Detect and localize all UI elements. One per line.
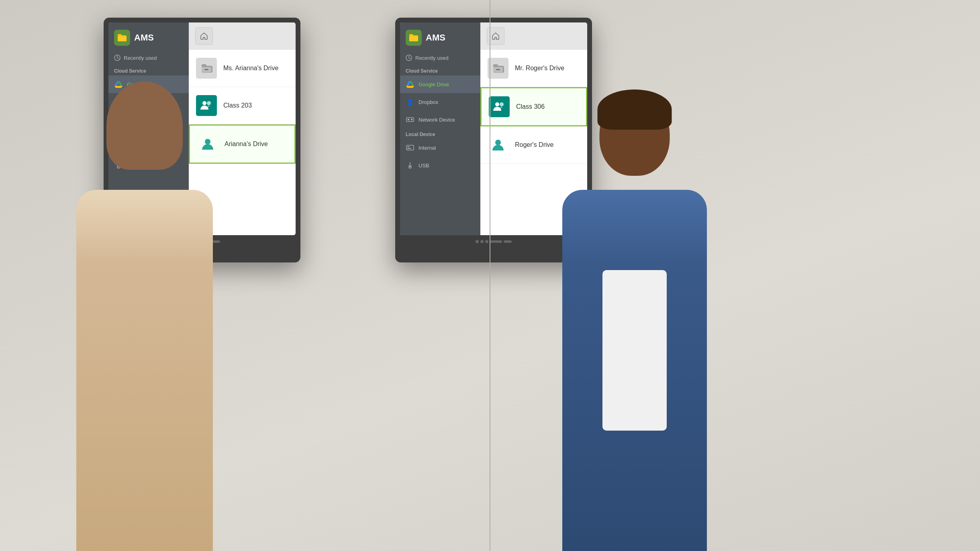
sidebar-item-usb-right[interactable]: USB [400,157,480,174]
content-list-left: Ms. Arianna's Drive [189,50,296,235]
svg-rect-3 [119,119,121,120]
sidebar-item-network-device-right[interactable]: Network Device [400,111,480,128]
scene-divider [490,0,490,551]
sidebar-left: AMS Recently used Cloud Service [108,22,189,235]
svg-rect-1 [115,118,122,122]
internal-label-left: Internal [127,145,144,151]
monitor-rect [198,240,210,243]
local-device-section-right: Local Device [400,128,480,139]
internal-icon-right [406,143,414,152]
content-header-right [480,22,587,50]
usb-icon-right [406,161,414,170]
svg-rect-8 [204,69,208,70]
list-item[interactable]: Roger's Drive [480,126,587,164]
content-header-left [189,22,296,50]
svg-rect-17 [407,146,410,147]
ams-header-left: AMS [108,22,189,51]
list-item-label: Class 203 [223,102,252,109]
sidebar-item-google-drive-left[interactable]: Google Drive [108,75,189,93]
dropbox-label-right: Dropbox [419,99,438,105]
svg-point-21 [495,102,499,106]
sidebar-item-usb-left[interactable]: USB [108,157,189,174]
svg-rect-13 [406,118,414,122]
content-panel-left: Ms. Arianna's Drive [189,22,296,235]
svg-point-22 [500,102,504,106]
svg-rect-15 [411,119,412,120]
usb-icon-left [114,161,123,170]
monitor-rect [504,240,512,243]
sidebar-item-internal-right[interactable]: Internal [400,139,480,157]
list-item[interactable]: Class 306 [480,87,587,126]
recently-used-label-right: Recently used [415,55,448,61]
list-item-label: Roger's Drive [515,141,553,148]
monitor-dot [194,240,197,243]
sidebar-right: AMS Recently used Cloud Service [400,22,480,235]
dropbox-icon-left [114,98,123,106]
internal-icon-left [114,143,123,152]
cloud-service-section-left: Cloud Service [108,65,189,75]
scene: AMS Recently used Cloud Service [0,0,980,551]
recently-used-right: Recently used [400,51,480,65]
list-item[interactable]: Arianna's Drive [189,124,296,164]
sidebar-item-google-drive-right[interactable]: Google Drive [400,75,480,93]
monitor-dot [480,240,484,243]
monitor-left: AMS Recently used Cloud Service [104,18,300,262]
monitor-dot [476,240,479,243]
google-drive-icon-left [114,80,123,89]
monitor-right: AMS Recently used Cloud Service [395,18,592,262]
monitor-rect [490,240,502,243]
svg-rect-14 [408,119,409,120]
network-device-icon-left [114,115,123,124]
monitor-bottom-bar-right [400,235,587,246]
svg-rect-5 [116,146,118,147]
list-item[interactable]: Class 203 [189,87,296,124]
svg-point-23 [495,140,501,145]
network-device-icon-right [406,115,414,124]
svg-point-9 [202,101,206,105]
svg-rect-4 [115,145,122,150]
sidebar-item-dropbox-right[interactable]: Dropbox [400,93,480,111]
home-button-left[interactable] [195,27,213,45]
ams-title-left: AMS [134,33,154,43]
list-item-label: Class 306 [516,103,545,110]
monitor-rect [212,240,220,243]
usb-label-right: USB [419,163,429,169]
dropbox-icon-right [406,98,414,106]
sidebar-item-network-device-left[interactable]: Network Device [108,111,189,128]
monitor-dot [189,240,192,243]
list-item[interactable]: Mr. Roger's Drive [480,50,587,87]
monitor-dot [184,240,187,243]
ams-logo-right [406,30,422,46]
network-device-label-right: Network Device [419,117,455,123]
list-item[interactable]: Ms. Arianna's Drive [189,50,296,87]
svg-rect-16 [406,145,414,150]
drive-icon-right [488,58,508,79]
ams-title-right: AMS [426,33,445,43]
list-item-label: Ms. Arianna's Drive [223,65,278,72]
svg-rect-18 [407,148,411,149]
google-drive-label-right: Google Drive [419,81,449,87]
sidebar-item-internal-left[interactable]: Internal [108,139,189,157]
list-item-label: Mr. Roger's Drive [515,65,564,72]
ams-header-right: AMS [400,22,480,51]
list-item-label: Arianna's Drive [225,140,268,148]
svg-point-10 [207,101,211,105]
svg-rect-20 [496,69,500,70]
monitor-dot [485,240,488,243]
ams-logo-left [114,30,130,46]
sidebar-item-dropbox-left[interactable]: Dropbox [108,93,189,111]
content-panel-right: Mr. Roger's Drive [480,22,587,235]
svg-rect-2 [116,119,118,120]
content-list-right: Mr. Roger's Drive [480,50,587,235]
personal-icon-left [197,134,218,155]
recently-used-left: Recently used [108,51,189,65]
network-device-label-left: Network Device [127,117,163,123]
local-device-section-left: Local Device [108,128,189,139]
google-drive-label-left: Google Drive [127,81,157,87]
svg-rect-6 [116,148,120,149]
monitor-bottom-bar-left [108,235,296,246]
personal-icon-right [488,134,508,155]
class-icon-left [196,95,217,116]
cloud-service-section-right: Cloud Service [400,65,480,75]
google-drive-icon-right [406,80,414,89]
